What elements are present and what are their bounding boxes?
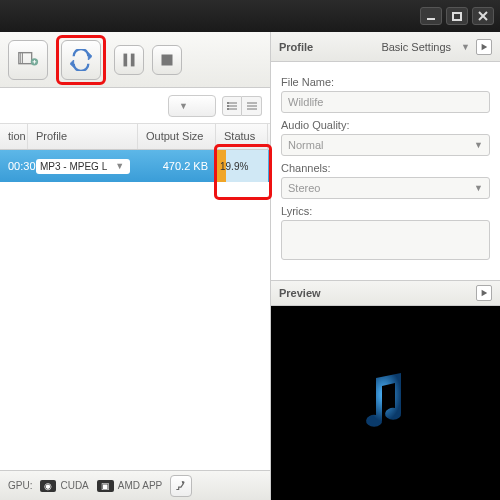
svg-marker-25 xyxy=(482,43,488,49)
svg-rect-1 xyxy=(453,13,461,20)
col-status[interactable]: Status xyxy=(216,124,268,149)
svg-point-19 xyxy=(227,105,229,107)
audio-quality-select[interactable]: Normal▼ xyxy=(281,134,490,156)
basic-settings-link[interactable]: Basic Settings xyxy=(381,41,451,53)
cell-duration: 00:30 xyxy=(0,150,28,182)
preview-label: Preview xyxy=(279,287,321,299)
side-panel: Profile Basic Settings ▼ File Name: Wild… xyxy=(270,32,500,500)
gpu-label: GPU: xyxy=(8,480,32,491)
preview-header: Preview xyxy=(271,280,500,306)
chevron-down-icon: ▼ xyxy=(461,42,470,52)
amd-indicator: ▣ AMD APP xyxy=(97,480,162,492)
statusbar: GPU: ◉ CUDA ▣ AMD APP xyxy=(0,470,270,500)
profile-panel-header: Profile Basic Settings ▼ xyxy=(271,32,500,62)
svg-rect-12 xyxy=(124,53,128,66)
convert-button-highlight xyxy=(56,35,106,85)
profile-combo-label: MP3 - MPEG L xyxy=(40,161,107,172)
channels-value: Stereo xyxy=(288,182,320,194)
col-profile[interactable]: Profile xyxy=(28,124,138,149)
view-list-button[interactable] xyxy=(222,96,242,116)
preview-expand-button[interactable] xyxy=(476,285,492,301)
minimize-button[interactable] xyxy=(420,7,442,25)
toolbar xyxy=(0,32,270,88)
audio-quality-value: Normal xyxy=(288,139,323,151)
main-area: ▼ tion Profile Output Size Status 00:30 … xyxy=(0,32,270,500)
filename-value: Wildlife xyxy=(288,96,323,108)
nvidia-icon: ◉ xyxy=(40,480,56,492)
svg-point-24 xyxy=(182,481,184,483)
chevron-down-icon: ▼ xyxy=(474,183,483,193)
music-note-icon xyxy=(356,368,416,438)
settings-button[interactable] xyxy=(170,475,192,497)
svg-marker-10 xyxy=(88,52,92,59)
svg-point-20 xyxy=(227,108,229,110)
pause-button[interactable] xyxy=(114,45,144,75)
filename-input[interactable]: Wildlife xyxy=(281,91,490,113)
panel-expand-button[interactable] xyxy=(476,39,492,55)
svg-rect-13 xyxy=(131,53,135,66)
svg-marker-11 xyxy=(70,60,74,67)
table-row[interactable]: 00:30 MP3 - MPEG L ▼ 470.2 KB 19.9% xyxy=(0,150,270,182)
cell-output-size: 470.2 KB xyxy=(138,150,216,182)
col-output-size[interactable]: Output Size xyxy=(138,124,216,149)
cell-status: 19.9% xyxy=(216,150,268,182)
add-media-button[interactable] xyxy=(8,40,48,80)
profile-combo[interactable]: MP3 - MPEG L ▼ xyxy=(36,159,130,174)
filename-label: File Name: xyxy=(281,76,490,88)
amd-icon: ▣ xyxy=(97,480,114,492)
panel-title: Profile xyxy=(279,41,313,53)
filter-bar: ▼ xyxy=(0,88,270,124)
svg-marker-26 xyxy=(482,290,488,296)
chevron-down-icon: ▼ xyxy=(179,101,188,111)
svg-rect-14 xyxy=(162,54,173,65)
view-toggle xyxy=(222,96,262,116)
col-duration[interactable]: tion xyxy=(0,124,28,149)
table-header: tion Profile Output Size Status xyxy=(0,124,270,150)
titlebar xyxy=(0,0,500,32)
amd-label: AMD APP xyxy=(118,480,162,491)
lyrics-textarea[interactable] xyxy=(281,220,490,260)
lyrics-label: Lyrics: xyxy=(281,205,490,217)
cuda-label: CUDA xyxy=(60,480,88,491)
audio-quality-label: Audio Quality: xyxy=(281,119,490,131)
cell-profile: MP3 - MPEG L ▼ xyxy=(28,150,138,182)
panel-body: File Name: Wildlife Audio Quality: Norma… xyxy=(271,62,500,268)
filter-combo[interactable]: ▼ xyxy=(168,95,216,117)
progress-text: 19.9% xyxy=(216,150,268,182)
chevron-down-icon: ▼ xyxy=(115,161,124,171)
svg-point-18 xyxy=(227,102,229,104)
stop-button[interactable] xyxy=(152,45,182,75)
close-button[interactable] xyxy=(472,7,494,25)
view-detail-button[interactable] xyxy=(242,96,262,116)
chevron-down-icon: ▼ xyxy=(474,140,483,150)
channels-select[interactable]: Stereo▼ xyxy=(281,177,490,199)
convert-button[interactable] xyxy=(61,40,101,80)
channels-label: Channels: xyxy=(281,162,490,174)
maximize-button[interactable] xyxy=(446,7,468,25)
cuda-indicator: ◉ CUDA xyxy=(40,480,88,492)
preview-area xyxy=(271,306,500,500)
